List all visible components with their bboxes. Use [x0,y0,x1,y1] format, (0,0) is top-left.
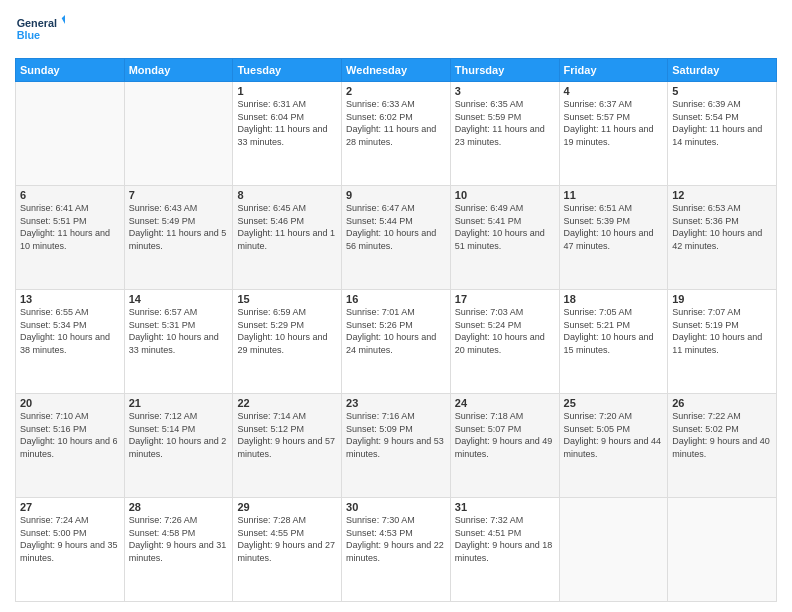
day-number: 24 [455,397,555,409]
calendar-table: SundayMondayTuesdayWednesdayThursdayFrid… [15,58,777,602]
calendar-cell: 2 Sunrise: 6:33 AMSunset: 6:02 PMDayligh… [342,82,451,186]
day-info: Sunrise: 7:18 AMSunset: 5:07 PMDaylight:… [455,410,555,460]
day-number: 9 [346,189,446,201]
day-info: Sunrise: 7:22 AMSunset: 5:02 PMDaylight:… [672,410,772,460]
day-info: Sunrise: 7:14 AMSunset: 5:12 PMDaylight:… [237,410,337,460]
day-number: 26 [672,397,772,409]
calendar-cell: 17 Sunrise: 7:03 AMSunset: 5:24 PMDaylig… [450,290,559,394]
calendar-cell: 24 Sunrise: 7:18 AMSunset: 5:07 PMDaylig… [450,394,559,498]
day-info: Sunrise: 6:39 AMSunset: 5:54 PMDaylight:… [672,98,772,148]
calendar-cell: 18 Sunrise: 7:05 AMSunset: 5:21 PMDaylig… [559,290,668,394]
day-number: 23 [346,397,446,409]
day-info: Sunrise: 7:20 AMSunset: 5:05 PMDaylight:… [564,410,664,460]
calendar-cell: 9 Sunrise: 6:47 AMSunset: 5:44 PMDayligh… [342,186,451,290]
calendar-cell: 12 Sunrise: 6:53 AMSunset: 5:36 PMDaylig… [668,186,777,290]
day-number: 25 [564,397,664,409]
day-info: Sunrise: 7:05 AMSunset: 5:21 PMDaylight:… [564,306,664,356]
day-header-wednesday: Wednesday [342,59,451,82]
calendar-cell: 27 Sunrise: 7:24 AMSunset: 5:00 PMDaylig… [16,498,125,602]
calendar-cell [668,498,777,602]
calendar-week-row: 6 Sunrise: 6:41 AMSunset: 5:51 PMDayligh… [16,186,777,290]
day-number: 1 [237,85,337,97]
svg-marker-2 [62,13,65,26]
calendar-cell: 30 Sunrise: 7:30 AMSunset: 4:53 PMDaylig… [342,498,451,602]
day-number: 30 [346,501,446,513]
day-info: Sunrise: 6:57 AMSunset: 5:31 PMDaylight:… [129,306,229,356]
day-info: Sunrise: 6:35 AMSunset: 5:59 PMDaylight:… [455,98,555,148]
day-info: Sunrise: 7:03 AMSunset: 5:24 PMDaylight:… [455,306,555,356]
calendar-cell [124,82,233,186]
day-number: 7 [129,189,229,201]
calendar-cell: 4 Sunrise: 6:37 AMSunset: 5:57 PMDayligh… [559,82,668,186]
day-number: 19 [672,293,772,305]
calendar-cell: 21 Sunrise: 7:12 AMSunset: 5:14 PMDaylig… [124,394,233,498]
calendar-cell: 11 Sunrise: 6:51 AMSunset: 5:39 PMDaylig… [559,186,668,290]
calendar-week-row: 1 Sunrise: 6:31 AMSunset: 6:04 PMDayligh… [16,82,777,186]
calendar-cell: 7 Sunrise: 6:43 AMSunset: 5:49 PMDayligh… [124,186,233,290]
calendar-cell: 1 Sunrise: 6:31 AMSunset: 6:04 PMDayligh… [233,82,342,186]
svg-text:General: General [17,17,57,29]
calendar-cell: 29 Sunrise: 7:28 AMSunset: 4:55 PMDaylig… [233,498,342,602]
calendar-cell [16,82,125,186]
day-info: Sunrise: 7:30 AMSunset: 4:53 PMDaylight:… [346,514,446,564]
day-header-monday: Monday [124,59,233,82]
day-info: Sunrise: 7:01 AMSunset: 5:26 PMDaylight:… [346,306,446,356]
day-info: Sunrise: 6:41 AMSunset: 5:51 PMDaylight:… [20,202,120,252]
calendar-cell [559,498,668,602]
calendar-cell: 23 Sunrise: 7:16 AMSunset: 5:09 PMDaylig… [342,394,451,498]
calendar-cell: 28 Sunrise: 7:26 AMSunset: 4:58 PMDaylig… [124,498,233,602]
day-header-thursday: Thursday [450,59,559,82]
day-number: 28 [129,501,229,513]
day-info: Sunrise: 6:59 AMSunset: 5:29 PMDaylight:… [237,306,337,356]
day-number: 11 [564,189,664,201]
calendar-cell: 8 Sunrise: 6:45 AMSunset: 5:46 PMDayligh… [233,186,342,290]
svg-text:Blue: Blue [17,29,40,41]
day-info: Sunrise: 7:12 AMSunset: 5:14 PMDaylight:… [129,410,229,460]
calendar-cell: 15 Sunrise: 6:59 AMSunset: 5:29 PMDaylig… [233,290,342,394]
day-info: Sunrise: 7:10 AMSunset: 5:16 PMDaylight:… [20,410,120,460]
calendar-week-row: 27 Sunrise: 7:24 AMSunset: 5:00 PMDaylig… [16,498,777,602]
calendar-cell: 26 Sunrise: 7:22 AMSunset: 5:02 PMDaylig… [668,394,777,498]
calendar-cell: 22 Sunrise: 7:14 AMSunset: 5:12 PMDaylig… [233,394,342,498]
logo: General Blue [15,10,65,50]
calendar-cell: 25 Sunrise: 7:20 AMSunset: 5:05 PMDaylig… [559,394,668,498]
day-info: Sunrise: 6:51 AMSunset: 5:39 PMDaylight:… [564,202,664,252]
day-header-sunday: Sunday [16,59,125,82]
day-info: Sunrise: 6:37 AMSunset: 5:57 PMDaylight:… [564,98,664,148]
calendar-cell: 10 Sunrise: 6:49 AMSunset: 5:41 PMDaylig… [450,186,559,290]
day-info: Sunrise: 6:43 AMSunset: 5:49 PMDaylight:… [129,202,229,252]
day-info: Sunrise: 7:24 AMSunset: 5:00 PMDaylight:… [20,514,120,564]
day-header-saturday: Saturday [668,59,777,82]
day-number: 3 [455,85,555,97]
day-info: Sunrise: 7:07 AMSunset: 5:19 PMDaylight:… [672,306,772,356]
calendar-cell: 5 Sunrise: 6:39 AMSunset: 5:54 PMDayligh… [668,82,777,186]
day-info: Sunrise: 7:28 AMSunset: 4:55 PMDaylight:… [237,514,337,564]
day-info: Sunrise: 6:47 AMSunset: 5:44 PMDaylight:… [346,202,446,252]
day-header-tuesday: Tuesday [233,59,342,82]
calendar-cell: 19 Sunrise: 7:07 AMSunset: 5:19 PMDaylig… [668,290,777,394]
day-number: 29 [237,501,337,513]
calendar-cell: 20 Sunrise: 7:10 AMSunset: 5:16 PMDaylig… [16,394,125,498]
calendar-cell: 6 Sunrise: 6:41 AMSunset: 5:51 PMDayligh… [16,186,125,290]
day-info: Sunrise: 6:31 AMSunset: 6:04 PMDaylight:… [237,98,337,148]
calendar-cell: 13 Sunrise: 6:55 AMSunset: 5:34 PMDaylig… [16,290,125,394]
day-number: 12 [672,189,772,201]
calendar-week-row: 20 Sunrise: 7:10 AMSunset: 5:16 PMDaylig… [16,394,777,498]
day-number: 2 [346,85,446,97]
day-info: Sunrise: 6:55 AMSunset: 5:34 PMDaylight:… [20,306,120,356]
day-info: Sunrise: 7:32 AMSunset: 4:51 PMDaylight:… [455,514,555,564]
day-number: 10 [455,189,555,201]
calendar-cell: 16 Sunrise: 7:01 AMSunset: 5:26 PMDaylig… [342,290,451,394]
day-info: Sunrise: 7:26 AMSunset: 4:58 PMDaylight:… [129,514,229,564]
day-number: 20 [20,397,120,409]
day-header-friday: Friday [559,59,668,82]
header: General Blue [15,10,777,50]
calendar-cell: 3 Sunrise: 6:35 AMSunset: 5:59 PMDayligh… [450,82,559,186]
logo-svg: General Blue [15,10,65,50]
day-number: 14 [129,293,229,305]
day-number: 5 [672,85,772,97]
day-number: 27 [20,501,120,513]
calendar-header-row: SundayMondayTuesdayWednesdayThursdayFrid… [16,59,777,82]
day-number: 4 [564,85,664,97]
day-number: 17 [455,293,555,305]
